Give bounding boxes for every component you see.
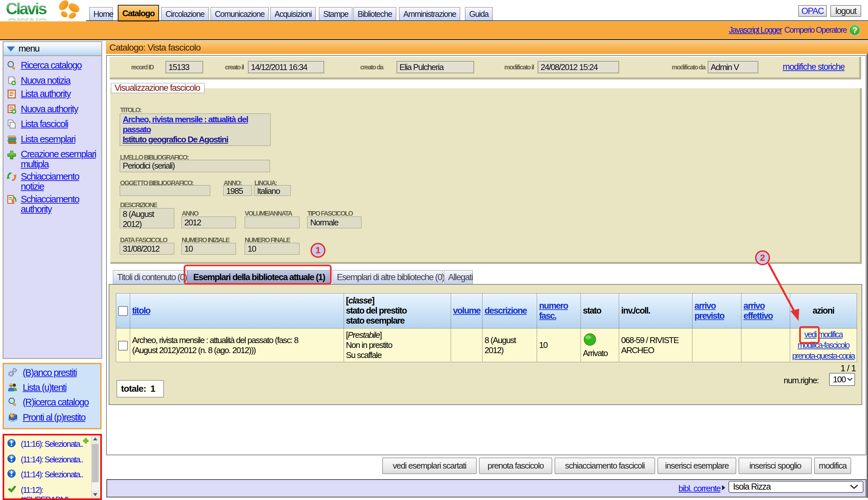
svg-text:Clavis: Clavis <box>6 14 47 21</box>
svg-text:?: ? <box>853 26 857 35</box>
